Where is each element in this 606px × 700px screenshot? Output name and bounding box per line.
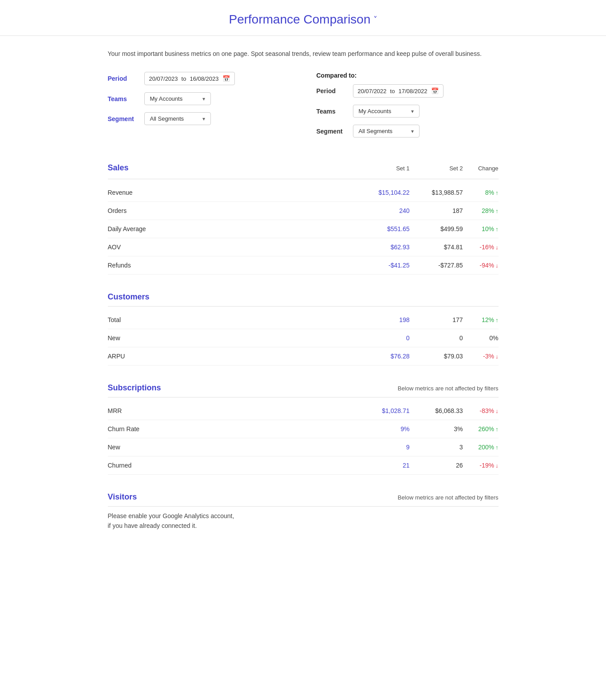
- visitors-note: Below metrics are not affected by filter…: [398, 494, 499, 501]
- metric-change: 8%: [463, 189, 499, 196]
- metric-name: New: [108, 334, 356, 342]
- metric-change: 200%: [463, 444, 499, 451]
- metric-set1: $76.28: [356, 353, 410, 360]
- metric-set1: 21: [356, 462, 410, 469]
- page-body: Your most important business metrics on …: [90, 36, 516, 562]
- col-set2-label: Set 2: [410, 165, 463, 172]
- primary-teams-row: Teams My Accounts ▾: [108, 92, 290, 105]
- subscriptions-divider: [108, 397, 499, 397]
- visitors-divider: [108, 506, 499, 507]
- metric-change: -83%: [463, 407, 499, 414]
- page-title: Performance Comparison ˅: [229, 12, 377, 27]
- metric-row-orders: Orders 240 187 28%: [108, 202, 499, 220]
- metric-name: Orders: [108, 207, 356, 214]
- visitors-title: Visitors: [108, 492, 398, 502]
- metric-row-new-subs: New 9 3 200%: [108, 438, 499, 456]
- compared-teams-label: Teams: [317, 108, 348, 115]
- metric-set2: $6,068.33: [410, 407, 463, 414]
- col-set1-label: Set 1: [356, 165, 410, 172]
- primary-filter-col: Period 20/07/2023 to 16/08/2023 📅 Teams …: [108, 72, 290, 132]
- metric-change: 12%: [463, 316, 499, 323]
- compared-teams-row: Teams My Accounts ▾: [317, 105, 499, 118]
- primary-period-row: Period 20/07/2023 to 16/08/2023 📅: [108, 72, 290, 85]
- metric-row-refunds: Refunds -$41.25 -$727.85 -94%: [108, 256, 499, 275]
- compared-label: Compared to:: [317, 72, 499, 79]
- metric-name: MRR: [108, 407, 356, 414]
- col-change-label: Change: [463, 165, 499, 172]
- metric-set2: 3: [410, 444, 463, 451]
- metric-name: Total: [108, 316, 356, 323]
- primary-segment-label: Segment: [108, 115, 139, 122]
- metric-set1: 240: [356, 207, 410, 214]
- metric-change: 0%: [463, 334, 499, 342]
- metric-set1: 0: [356, 334, 410, 342]
- calendar-icon: 📅: [222, 75, 230, 82]
- primary-period-input[interactable]: 20/07/2023 to 16/08/2023 📅: [144, 72, 235, 85]
- metric-name: Daily Average: [108, 225, 356, 232]
- metric-name: AOV: [108, 244, 356, 251]
- primary-teams-label: Teams: [108, 95, 139, 102]
- metric-change: -16%: [463, 244, 499, 251]
- page-header: Performance Comparison ˅: [0, 0, 606, 36]
- metric-set2: $79.03: [410, 353, 463, 360]
- metric-set2: 177: [410, 316, 463, 323]
- metric-set2: $74.81: [410, 244, 463, 251]
- metric-set2: 0: [410, 334, 463, 342]
- page-description: Your most important business metrics on …: [108, 49, 499, 59]
- primary-segment-select[interactable]: All Segments ▾: [144, 112, 211, 125]
- metric-name: Churned: [108, 462, 356, 469]
- primary-teams-select[interactable]: My Accounts ▾: [144, 92, 211, 105]
- metric-set2: 3%: [410, 425, 463, 433]
- metric-row-daily-average: Daily Average $551.65 $499.59 10%: [108, 220, 499, 238]
- visitors-text: Please enable your Google Analytics acco…: [108, 511, 499, 531]
- compared-period-row: Period 20/07/2022 to 17/08/2022 📅: [317, 84, 499, 98]
- metric-row-total: Total 198 177 12%: [108, 311, 499, 329]
- chevron-down-icon: ▾: [411, 128, 414, 134]
- compared-period-label: Period: [317, 87, 348, 94]
- chevron-down-icon: ▾: [411, 108, 414, 114]
- calendar-icon: 📅: [431, 87, 439, 94]
- metric-row-mrr: MRR $1,028.71 $6,068.33 -83%: [108, 402, 499, 420]
- metric-change: -94%: [463, 262, 499, 269]
- compared-filter-col: Compared to: Period 20/07/2022 to 17/08/…: [317, 72, 499, 145]
- customers-divider: [108, 306, 499, 307]
- metric-set1: $551.65: [356, 225, 410, 232]
- metric-row-churned: Churned 21 26 -19%: [108, 456, 499, 475]
- sales-title: Sales: [108, 163, 356, 173]
- compared-segment-select[interactable]: All Segments ▾: [353, 125, 420, 138]
- metric-name: New: [108, 444, 356, 451]
- chevron-down-icon: ▾: [202, 96, 205, 102]
- compared-period-input[interactable]: 20/07/2022 to 17/08/2022 📅: [353, 84, 444, 98]
- sales-divider: [108, 179, 499, 179]
- metric-change: -19%: [463, 462, 499, 469]
- subscriptions-title: Subscriptions: [108, 383, 398, 393]
- subscriptions-note: Below metrics are not affected by filter…: [398, 385, 499, 392]
- metric-change: -3%: [463, 353, 499, 360]
- metric-row-churn-rate: Churn Rate 9% 3% 260%: [108, 420, 499, 438]
- metric-set1: $1,028.71: [356, 407, 410, 414]
- metric-set1: $15,104.22: [356, 189, 410, 196]
- metric-name: ARPU: [108, 353, 356, 360]
- metric-change: 10%: [463, 225, 499, 232]
- metric-set1: $62.93: [356, 244, 410, 251]
- title-chevron-icon[interactable]: ˅: [373, 15, 377, 24]
- metric-name: Churn Rate: [108, 425, 356, 433]
- compared-teams-select[interactable]: My Accounts ▾: [353, 105, 420, 118]
- sales-header-row: Sales Set 1 Set 2 Change: [108, 162, 499, 174]
- metric-set2: 187: [410, 207, 463, 214]
- metric-set1: 9%: [356, 425, 410, 433]
- chevron-down-icon: ▾: [202, 116, 205, 122]
- compared-segment-row: Segment All Segments ▾: [317, 125, 499, 138]
- customers-section: Customers Total 198 177 12% New 0 0 0% A…: [108, 292, 499, 366]
- metric-row-arpu: ARPU $76.28 $79.03 -3%: [108, 347, 499, 366]
- metric-set2: 26: [410, 462, 463, 469]
- metric-row-aov: AOV $62.93 $74.81 -16%: [108, 238, 499, 256]
- customers-header-row: Customers: [108, 292, 499, 302]
- metric-set2: $499.59: [410, 225, 463, 232]
- sales-section: Sales Set 1 Set 2 Change Revenue $15,104…: [108, 162, 499, 275]
- metric-name: Refunds: [108, 262, 356, 269]
- metric-set1: -$41.25: [356, 262, 410, 269]
- customers-title: Customers: [108, 292, 499, 302]
- subscriptions-section: Subscriptions Below metrics are not affe…: [108, 383, 499, 475]
- filters-section: Period 20/07/2023 to 16/08/2023 📅 Teams …: [108, 72, 499, 145]
